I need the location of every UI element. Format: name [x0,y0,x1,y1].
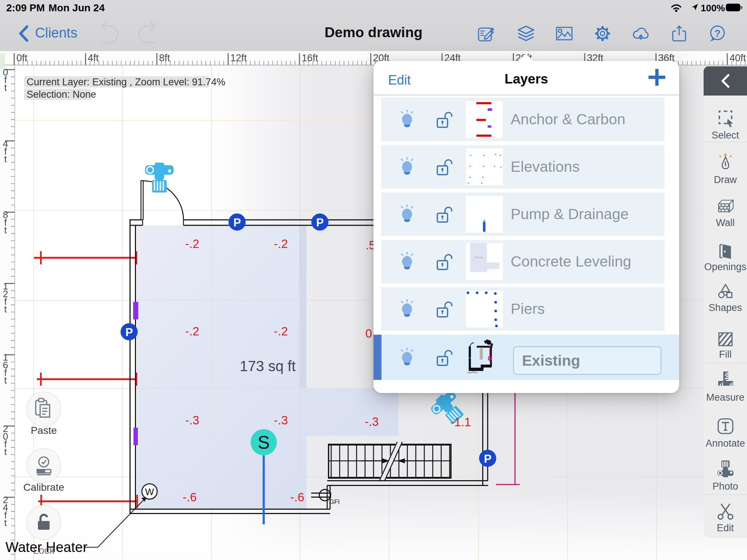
svg-text:S: S [258,432,270,453]
svg-text:40ft: 40ft [729,52,746,63]
svg-text:12ft: 12ft [231,52,247,63]
svg-text:4ft: 4ft [88,52,99,63]
svg-text:P: P [316,216,324,229]
svg-text:0ft: 0ft [16,52,28,63]
svg-text:-.2: -.2 [274,324,288,338]
svg-text:16ft: 16ft [302,52,318,63]
svg-text:GFI: GFI [329,498,340,505]
svg-text:-.3: -.3 [365,415,379,428]
svg-text:-.3: -.3 [185,413,200,427]
svg-text:Calibrate: Calibrate [23,482,64,493]
svg-text:-.6: -.6 [183,490,197,504]
svg-text:-.2: -.2 [274,237,288,250]
svg-text:-.2: -.2 [185,324,200,338]
svg-text:W: W [145,486,154,497]
svg-text:?: ? [715,28,721,39]
svg-text:P: P [484,452,492,465]
svg-text:P: P [125,326,133,339]
svg-text:8ft: 8ft [159,52,170,63]
svg-text:Selection: None: Selection: None [27,89,96,100]
svg-text:P: P [233,216,241,229]
svg-text:-.2: -.2 [185,237,200,250]
svg-text:Current Layer: Existing , Zoom: Current Layer: Existing , Zoom Level: 91… [27,77,225,88]
svg-text:Lock: Lock [33,545,55,556]
svg-text:-1.1: -1.1 [450,415,471,429]
svg-text:0: 0 [365,327,372,340]
svg-text:-.3: -.3 [274,413,288,427]
svg-text:-.6: -.6 [290,490,305,504]
svg-text:Paste: Paste [31,425,57,436]
svg-text:173 sq ft: 173 sq ft [474,256,482,258]
svg-text:173 sq ft: 173 sq ft [240,358,295,374]
